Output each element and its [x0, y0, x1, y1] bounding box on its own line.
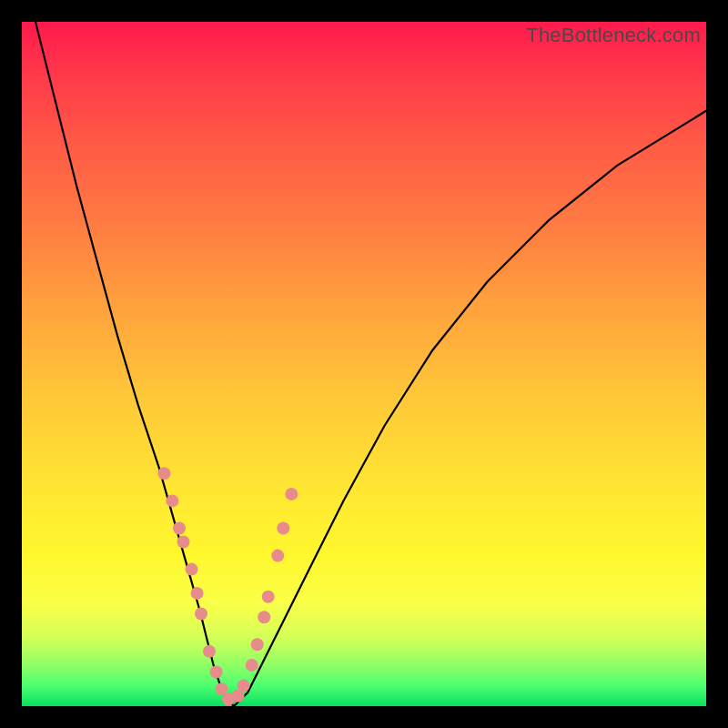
- highlight-dot: [238, 679, 250, 692]
- plot-area: TheBottleneck.com: [22, 22, 706, 706]
- highlight-dot: [195, 608, 207, 621]
- highlight-dot: [277, 522, 289, 535]
- highlight-dot: [251, 638, 264, 651]
- highlight-dot: [191, 587, 204, 600]
- highlight-dot: [271, 550, 284, 562]
- highlight-dot: [166, 494, 178, 507]
- curve-svg: [22, 22, 706, 706]
- highlight-dot: [210, 665, 223, 678]
- highlight-dot: [262, 591, 275, 603]
- highlight-dot: [246, 659, 258, 672]
- chart-frame: TheBottleneck.com: [0, 0, 728, 728]
- highlight-dots-group: [157, 467, 298, 705]
- highlight-dot: [285, 488, 298, 500]
- highlight-dot: [173, 522, 186, 535]
- highlight-dot: [157, 467, 170, 480]
- highlight-dot: [177, 536, 190, 549]
- highlight-dot: [186, 563, 198, 576]
- v-curve-line: [35, 22, 706, 706]
- highlight-dot: [258, 611, 270, 623]
- highlight-dot: [203, 645, 216, 658]
